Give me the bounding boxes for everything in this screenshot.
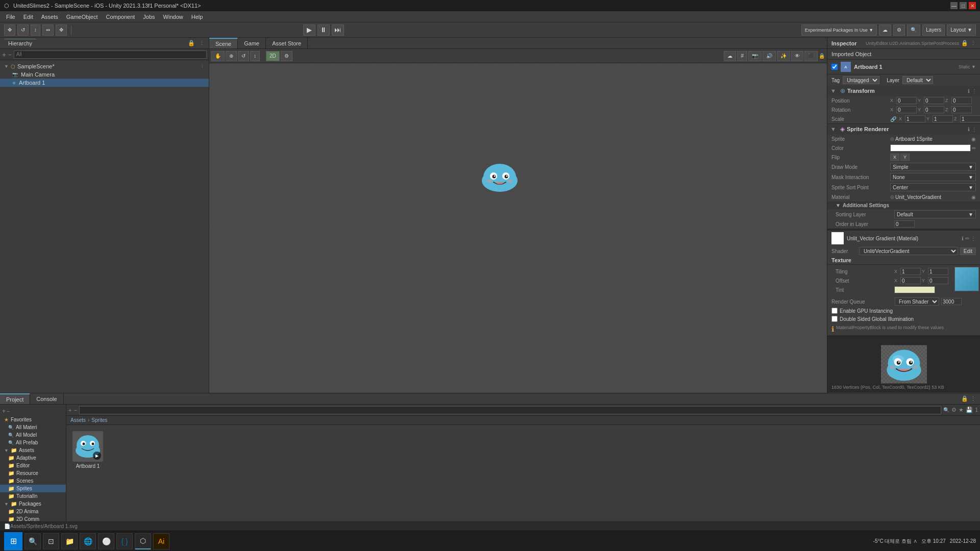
texture-preview[interactable] [954,267,979,291]
object-active-toggle[interactable] [831,64,838,70]
menu-help[interactable]: Help [187,13,207,21]
maximize-btn[interactable]: □ [960,2,967,9]
flip-x-btn[interactable]: X [890,154,899,161]
hierarchy-item-artboard[interactable]: ◈ Artboard 1 [0,79,209,87]
transform-menu-icon[interactable]: ⋮ [972,88,977,94]
tool-scale[interactable]: ↕ [31,24,40,36]
hierarchy-search[interactable] [14,51,207,59]
tag-select[interactable]: Untagged [843,76,879,84]
tool-rect[interactable]: ⇔ [42,24,54,36]
tab-console[interactable]: Console [30,393,63,404]
all-materials-item[interactable]: 🔍 All Materi [0,423,66,431]
2d-comm-pkg[interactable]: 📁 2D Comm [0,515,66,521]
asset-star-btn[interactable]: ★ [959,407,964,413]
asset-play-overlay[interactable]: ▶ [93,452,101,460]
taskbar-unity[interactable]: ⬡ [135,533,151,549]
material-select-icon[interactable]: ◉ [971,194,976,200]
color-picker[interactable] [890,144,971,152]
render-toggle[interactable]: ⬛ [804,51,818,61]
shader-select[interactable]: Unlit/VectorGradient [859,247,958,255]
cloud-btn[interactable]: ☁ [879,24,891,36]
offset-x-input[interactable] [900,277,921,284]
menu-jobs[interactable]: Jobs [139,13,159,21]
asset-minus-btn[interactable]: − [74,407,77,413]
sprite-renderer-header[interactable]: ▼ ◈ Sprite Renderer ℹ ⋮ [827,124,980,134]
tint-swatch[interactable] [894,286,935,293]
order-in-layer-input[interactable] [894,220,915,228]
sprite-sort-dropdown[interactable]: Center ▼ [890,183,976,191]
audio-btn[interactable]: 🔊 [763,51,776,61]
layer-select[interactable]: Default [902,76,933,84]
sidebar-minus-btn[interactable]: − [7,408,10,414]
layout-btn[interactable]: Layout ▼ [947,24,976,36]
pos-x-input[interactable] [896,97,917,104]
hierarchy-item-scene[interactable]: ▼ ⬡ SampleScene* ⋮ [0,62,209,70]
tool-rotate[interactable]: ↺ [17,24,29,36]
render-queue-input[interactable] [941,298,962,305]
tool-transform[interactable]: ✥ [56,24,67,36]
hierarchy-tab[interactable]: Hierarchy [4,39,36,47]
taskbar-search[interactable]: 🔍 [24,533,41,549]
menu-file[interactable]: File [2,13,19,21]
scale-z-input[interactable] [960,115,980,122]
menu-assets[interactable]: Assets [37,13,62,21]
asset-search-icon[interactable]: 🔍 [943,407,949,413]
layers-btn[interactable]: Layers [922,24,945,36]
scene-canvas[interactable] [209,63,827,393]
fx-btn[interactable]: ⚙ [281,51,292,61]
mask-interaction-dropdown[interactable]: None ▼ [890,173,976,181]
effect-btn[interactable]: ✨ [777,51,790,61]
breadcrumb-assets[interactable]: Assets [70,417,86,423]
add-folder-btn[interactable]: + [2,408,6,415]
pos-z-input[interactable] [951,97,972,104]
gpu-instancing-checkbox[interactable] [831,308,838,314]
close-btn[interactable]: ✕ [969,2,976,9]
tool-move[interactable]: ✥ [4,24,15,36]
editor-folder[interactable]: 📁 Editor [0,462,66,469]
asset-search-input[interactable] [79,406,942,414]
menu-edit[interactable]: Edit [19,13,37,21]
grid-btn[interactable]: # [737,51,747,61]
color-picker-icon[interactable]: ✏ [972,145,976,151]
hierarchy-lock[interactable]: 🔒 [188,40,195,46]
shading-btn[interactable]: 2D [266,51,280,61]
2d-anim-pkg[interactable]: 📁 2D Anima [0,508,66,515]
asset-filter-btn[interactable]: ⚙ [951,407,957,413]
draw-mode-dropdown[interactable]: Simple ▼ [890,163,976,171]
sprite-select-icon[interactable]: ◉ [971,136,976,142]
double-sided-gi-checkbox[interactable] [831,316,838,322]
inspector-lock[interactable]: 🔒 [961,40,968,46]
scene-menu-icon[interactable]: ⋮ [200,64,205,69]
render-queue-select[interactable]: From Shader [895,297,939,306]
resource-folder[interactable]: 📁 Resource [0,469,66,477]
transform-info-icon[interactable]: ℹ [968,88,970,94]
hierarchy-more[interactable]: ⋮ [199,40,205,46]
experimental-packages-btn[interactable]: Experimental Packages In Use ▼ [801,24,877,36]
tutorial-folder[interactable]: 📁 TutorialIn [0,492,66,500]
step-button[interactable]: ⏭ [332,24,344,36]
sr-menu-icon[interactable]: ⋮ [972,127,977,132]
hierarchy-add-btn[interactable]: + [2,51,6,59]
collab-btn[interactable]: ⚙ [893,24,905,36]
assets-group[interactable]: ▼ 📁 Assets [0,446,66,454]
hierarchy-item-camera[interactable]: 📷 Main Camera [0,70,209,79]
scale-x-input[interactable] [905,115,925,122]
hierarchy-minus-btn[interactable]: − [8,52,11,58]
slime-in-scene[interactable] [479,163,520,194]
pos-y-input[interactable] [924,97,944,104]
move-tool[interactable]: ⊕ [226,51,237,61]
scale-y-input[interactable] [933,115,953,122]
pause-button[interactable]: ⏸ [317,24,330,36]
rot-z-input[interactable] [951,106,972,113]
taskbar-chrome[interactable]: ⚪ [98,533,114,549]
all-prefabs-item[interactable]: 🔍 All Prefab [0,439,66,446]
asset-item-artboard[interactable]: ▶ Artboard 1 [70,429,105,471]
favorites-group[interactable]: ★ Favorites [0,416,66,423]
material-info-icon[interactable]: ℹ [962,236,964,241]
all-models-item[interactable]: 🔍 All Model [0,431,66,439]
search-toolbar-btn[interactable]: 🔍 [907,24,920,36]
taskbar-edge[interactable]: 🌐 [80,533,96,549]
rot-y-input[interactable] [924,106,944,113]
taskbar-task-view[interactable]: ⊡ [43,533,59,549]
camera-btn[interactable]: 📷 [748,51,762,61]
